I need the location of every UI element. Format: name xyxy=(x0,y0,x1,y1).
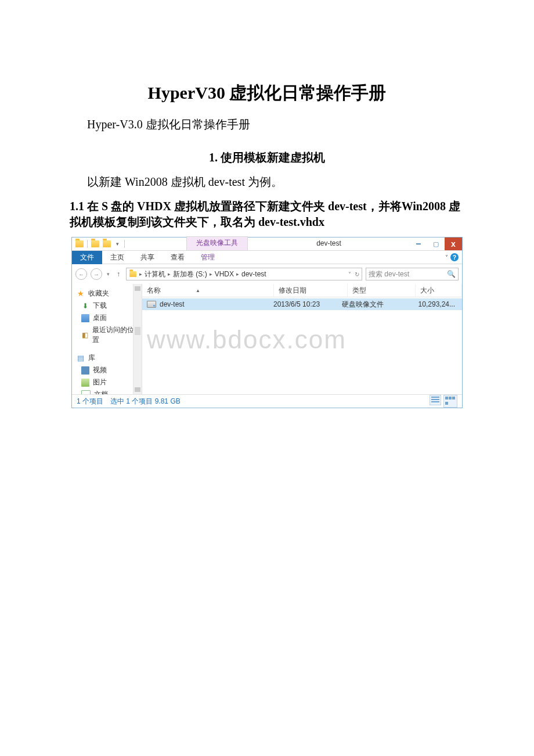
sidebar-recent[interactable]: ◧最近访问的位置 xyxy=(72,324,142,346)
address-bar[interactable]: ▸ 计算机 ▸ 新加卷 (S:) ▸ VHDX ▸ dev-test ˅ ↻ xyxy=(126,268,362,280)
column-headers: 名称▲ 修改日期 类型 大小 xyxy=(142,284,462,297)
tab-share[interactable]: 共享 xyxy=(132,251,163,264)
status-bar: 1 个项目 选中 1 个项目 9.81 GB xyxy=(72,394,462,408)
chevron-down-icon[interactable]: ˅ xyxy=(348,271,351,278)
chevron-right-icon: ▸ xyxy=(167,271,172,277)
help-icon[interactable]: ? xyxy=(450,253,459,261)
file-list-pane: 名称▲ 修改日期 类型 大小 dev-test 2013/6/5 10:23 硬… xyxy=(142,284,462,394)
folder-icon xyxy=(75,240,84,247)
navigation-pane: ★收藏夹 ⬇下载 桌面 ◧最近访问的位置 ▤库 视频 图片 文档 ♪音乐 xyxy=(72,284,142,394)
forward-button[interactable]: → xyxy=(91,268,102,280)
doc-subtitle: Hyper-V3.0 虚拟化日常操作手册 xyxy=(87,117,464,132)
sidebar-downloads[interactable]: ⬇下载 xyxy=(72,300,142,312)
doc-title: HyperV30 虚拟化日常操作手册 xyxy=(70,81,464,105)
folder-icon[interactable] xyxy=(103,240,111,247)
minimize-button[interactable]: – xyxy=(410,237,427,250)
titlebar: ▾ 光盘映像工具 dev-test – ▢ x xyxy=(72,237,462,251)
collapse-ribbon-icon[interactable]: ˅ xyxy=(445,254,448,261)
breadcrumb-item[interactable]: dev-test xyxy=(241,270,266,278)
ribbon-tabs: 文件 主页 共享 查看 管理 ˅ ? xyxy=(72,251,462,264)
subsection-1-1-heading: 1.1 在 S 盘的 VHDX 虚拟机放置路径下新建文件夹 dev-test，并… xyxy=(70,199,464,230)
sidebar-pictures[interactable]: 图片 xyxy=(72,376,142,388)
history-dropdown-icon[interactable]: ▾ xyxy=(106,271,111,277)
sidebar-desktop[interactable]: 桌面 xyxy=(72,312,142,324)
sidebar-favorites[interactable]: ★收藏夹 xyxy=(72,287,142,300)
column-type[interactable]: 类型 xyxy=(348,284,416,297)
refresh-icon[interactable]: ↻ xyxy=(355,271,359,278)
back-button[interactable]: ← xyxy=(75,268,87,280)
address-bar-row: ← → ▾ ↑ ▸ 计算机 ▸ 新加卷 (S:) ▸ VHDX ▸ dev-te… xyxy=(72,264,462,284)
breadcrumb-item[interactable]: VHDX xyxy=(215,270,234,278)
up-button[interactable]: ↑ xyxy=(114,270,122,278)
file-explorer-window: ▾ 光盘映像工具 dev-test – ▢ x 文件 主页 共享 查看 管理 ˅… xyxy=(71,237,463,408)
column-size[interactable]: 大小 xyxy=(416,284,462,297)
sidebar-video[interactable]: 视频 xyxy=(72,364,142,376)
folder-icon[interactable] xyxy=(91,240,99,247)
file-size: 10,293,24... xyxy=(400,300,462,308)
chevron-right-icon: ▸ xyxy=(208,271,214,277)
column-name[interactable]: 名称▲ xyxy=(142,284,274,297)
separator xyxy=(124,240,125,248)
sidebar-libraries[interactable]: ▤库 xyxy=(72,352,142,364)
close-button[interactable]: x xyxy=(445,237,462,250)
section-1-body: 以新建 Win2008 虚拟机 dev-test 为例。 xyxy=(87,174,464,190)
status-selection: 选中 1 个项目 9.81 GB xyxy=(110,397,181,406)
tab-home[interactable]: 主页 xyxy=(102,251,132,264)
file-row[interactable]: dev-test 2013/6/5 10:23 硬盘映像文件 10,293,24… xyxy=(142,298,462,310)
document-icon xyxy=(81,390,91,395)
icons-view-button[interactable] xyxy=(443,395,457,408)
scroll-up-icon[interactable] xyxy=(135,286,140,291)
watermark-text: www.bdocx.com xyxy=(142,325,462,354)
file-type: 硬盘映像文件 xyxy=(337,300,400,309)
file-name: dev-test xyxy=(160,300,185,308)
tab-manage[interactable]: 管理 xyxy=(193,251,223,264)
video-icon xyxy=(81,366,89,375)
section-1-heading: 1. 使用模板新建虚拟机 xyxy=(70,150,464,165)
folder-icon xyxy=(129,271,136,277)
image-icon xyxy=(81,379,89,387)
tab-file[interactable]: 文件 xyxy=(72,251,102,264)
qat-dropdown-icon[interactable]: ▾ xyxy=(114,241,121,247)
file-date: 2013/6/5 10:23 xyxy=(269,300,337,308)
scrollbar[interactable] xyxy=(133,284,142,394)
recent-icon: ◧ xyxy=(81,331,89,339)
sidebar-documents[interactable]: 文档 xyxy=(72,388,142,394)
window-title: dev-test xyxy=(248,237,410,250)
column-date[interactable]: 修改日期 xyxy=(274,284,348,297)
scroll-down-icon[interactable] xyxy=(135,387,140,392)
maximize-button[interactable]: ▢ xyxy=(427,237,445,250)
search-icon: 🔍 xyxy=(447,270,456,278)
contextual-tab-label: 光盘映像工具 xyxy=(186,236,248,250)
chevron-right-icon: ▸ xyxy=(138,271,143,277)
library-icon: ▤ xyxy=(77,354,85,362)
tab-view[interactable]: 查看 xyxy=(163,251,193,264)
status-item-count: 1 个项目 xyxy=(77,397,103,406)
desktop-icon xyxy=(81,314,89,322)
chevron-right-icon: ▸ xyxy=(235,271,240,277)
details-view-button[interactable] xyxy=(430,395,441,405)
separator xyxy=(87,240,88,248)
download-icon: ⬇ xyxy=(81,302,89,310)
breadcrumb-item[interactable]: 新加卷 (S:) xyxy=(173,269,207,279)
search-placeholder: 搜索 dev-test xyxy=(369,269,409,279)
scroll-thumb[interactable] xyxy=(135,327,140,335)
star-icon: ★ xyxy=(77,290,85,298)
search-input[interactable]: 搜索 dev-test 🔍 xyxy=(366,268,459,280)
sort-asc-icon: ▲ xyxy=(196,288,200,293)
breadcrumb-item[interactable]: 计算机 xyxy=(145,269,165,279)
disk-image-icon xyxy=(147,301,156,308)
